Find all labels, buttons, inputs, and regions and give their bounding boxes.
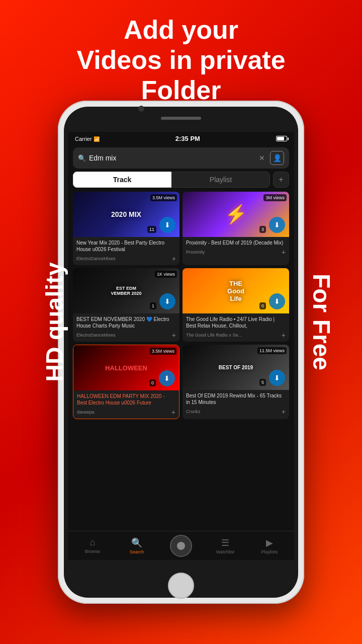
nav-browse[interactable]: ⌂ Browse xyxy=(70,537,115,554)
record-inner xyxy=(177,542,185,550)
views-badge-3: 1K views xyxy=(155,271,177,278)
playlists-icon: ▶ xyxy=(266,537,273,548)
video-title-3: BEST EDM NOVEMBER 2020 💙 Electro House C… xyxy=(76,316,176,329)
search-nav-label: Search xyxy=(130,549,144,554)
thumb-label-1: 2020 MIX xyxy=(111,210,141,218)
video-info-1: New Year Mix 2020 - Best Party Electro H… xyxy=(73,237,179,265)
add-btn-4[interactable]: + xyxy=(282,331,286,339)
thumb-5: HALLOWEEN 3.5M views 0 ⬇ xyxy=(73,345,179,390)
video-grid: 2020 MIX 3.5M views 11 ⬇ New Year Mix 20… xyxy=(68,192,294,419)
thumb-6: BEST OF 2019 11.5M views 5 ⬇ xyxy=(183,345,289,390)
nav-record[interactable] xyxy=(159,535,203,557)
phone-speaker xyxy=(161,117,201,120)
browse-icon: ⌂ xyxy=(90,537,96,548)
video-title-4: The Good Life Radio • 24/7 Live Radio | … xyxy=(186,316,286,329)
thumb-label-6: BEST OF 2019 xyxy=(219,365,253,370)
add-btn-5[interactable]: + xyxy=(171,408,175,416)
channel-row-3: ElectroDanceMixes + xyxy=(76,331,176,339)
download-btn-2[interactable]: ⬇ xyxy=(269,217,285,233)
record-button[interactable] xyxy=(170,535,192,557)
bottom-nav: ⌂ Browse 🔍 Search ☰ Watchlist ▶ xyxy=(68,531,294,560)
battery-icon xyxy=(276,136,287,141)
video-info-2: Proximity - Best EDM of 2019 (Decade Mix… xyxy=(183,237,289,259)
phone-inner: Carrier 📶 2:35 PM 🔍 Edm mix ✕ 👤 xyxy=(64,107,298,598)
views-badge-5: 3.5M views xyxy=(150,348,176,355)
thumb-label-5: HALLOWEEN xyxy=(105,364,147,372)
channel-name-2: Proximity xyxy=(186,250,205,255)
thumb-1: 2020 MIX 3.5M views 11 ⬇ xyxy=(73,192,179,237)
thumb-2: ⚡ 3M views 3 ⬇ xyxy=(183,192,289,237)
phone-home-button[interactable] xyxy=(168,573,194,599)
search-clear-icon[interactable]: ✕ xyxy=(259,154,265,162)
carrier-label: Carrier xyxy=(75,136,92,142)
carrier-text: Carrier 📶 xyxy=(75,136,100,142)
phone-screen: Carrier 📶 2:35 PM 🔍 Edm mix ✕ 👤 xyxy=(68,132,294,560)
count-6: 5 xyxy=(259,379,266,386)
channel-name-5: daveepa xyxy=(77,410,95,415)
search-nav-icon: 🔍 xyxy=(131,537,142,548)
search-icon: 🔍 xyxy=(78,154,86,162)
views-badge-1: 3.5M views xyxy=(150,194,177,201)
tab-add-button[interactable]: + xyxy=(273,172,289,188)
search-query[interactable]: Edm mix xyxy=(89,154,256,162)
count-2: 3 xyxy=(259,226,266,233)
download-btn-6[interactable]: ⬇ xyxy=(269,370,285,386)
thumb-label-4: THE Good Life xyxy=(227,280,244,302)
wifi-icon: 📶 xyxy=(94,136,100,142)
video-title-5: HALLOWEEN EDM PARTY MIX 2020 - Best Elec… xyxy=(77,393,175,406)
video-card-6[interactable]: BEST OF 2019 11.5M views 5 ⬇ Best Of EDM… xyxy=(183,345,289,419)
channel-name-3: ElectroDanceMixes xyxy=(76,333,116,338)
add-btn-2[interactable]: + xyxy=(282,248,286,256)
side-label-hd: HD quality xyxy=(41,262,68,381)
channel-row-6: Crunkz + xyxy=(186,408,286,416)
tab-track[interactable]: Track xyxy=(73,172,171,188)
thumb-4: THE Good Life 0 ⬇ xyxy=(183,268,289,313)
download-btn-1[interactable]: ⬇ xyxy=(159,217,175,233)
download-btn-5[interactable]: ⬇ xyxy=(159,370,175,386)
tab-playlist[interactable]: Playlist xyxy=(171,172,270,188)
promo-line2: Videos in private xyxy=(76,45,285,74)
playlists-label: Playlists xyxy=(261,549,278,554)
video-card-5[interactable]: HALLOWEEN 3.5M views 0 ⬇ HALLOWEEN EDM P… xyxy=(73,345,179,419)
lightning-icon: ⚡ xyxy=(225,204,247,225)
video-card-4[interactable]: THE Good Life 0 ⬇ The Good Life Radio • … xyxy=(183,268,289,342)
count-1: 11 xyxy=(147,226,156,233)
promo-text: Add your Videos in private Folder xyxy=(0,10,362,110)
side-label-free: For Free xyxy=(307,274,335,370)
thumb-3: EST EDM VEMBER 2020 1K views 1 ⬇ xyxy=(73,268,179,313)
search-bar[interactable]: 🔍 Edm mix ✕ 👤 xyxy=(73,147,289,169)
views-badge-2: 3M views xyxy=(263,194,287,201)
nav-playlists[interactable]: ▶ Playlists xyxy=(247,537,292,554)
add-btn-1[interactable]: + xyxy=(172,255,176,263)
video-info-4: The Good Life Radio • 24/7 Live Radio | … xyxy=(183,313,289,342)
download-btn-4[interactable]: ⬇ xyxy=(269,293,285,309)
add-btn-3[interactable]: + xyxy=(172,331,176,339)
add-btn-6[interactable]: + xyxy=(282,408,286,416)
video-info-5: HALLOWEEN EDM PARTY MIX 2020 - Best Elec… xyxy=(73,390,179,419)
count-5: 0 xyxy=(149,379,156,386)
video-card-3[interactable]: EST EDM VEMBER 2020 1K views 1 ⬇ BEST ED… xyxy=(73,268,179,342)
channel-name-1: ElectroDanceMixes xyxy=(76,256,116,261)
channel-row-1: ElectroDanceMixes + xyxy=(76,255,176,263)
views-badge-6: 11.5M views xyxy=(257,347,287,354)
video-info-6: Best Of EDM 2019 Rewind Mix - 65 Tracks … xyxy=(183,390,289,418)
channel-row-2: Proximity + xyxy=(186,248,286,256)
channel-name-6: Crunkz xyxy=(186,409,201,414)
nav-watchlist[interactable]: ☰ Watchlist xyxy=(203,537,247,554)
count-3: 1 xyxy=(150,302,156,309)
video-title-2: Proximity - Best EDM of 2019 (Decade Mix… xyxy=(186,239,286,246)
channel-row-4: The Good Life Radio x Se... + xyxy=(186,331,286,339)
profile-icon[interactable]: 👤 xyxy=(270,151,284,165)
phone-frame: Carrier 📶 2:35 PM 🔍 Edm mix ✕ 👤 xyxy=(58,101,304,604)
nav-search[interactable]: 🔍 Search xyxy=(115,537,159,554)
thumb-label-3: EST EDM VEMBER 2020 xyxy=(111,286,141,296)
video-card-1[interactable]: 2020 MIX 3.5M views 11 ⬇ New Year Mix 20… xyxy=(73,192,179,265)
browse-label: Browse xyxy=(85,549,100,554)
video-card-2[interactable]: ⚡ 3M views 3 ⬇ Proximity - Best EDM of 2… xyxy=(183,192,289,265)
status-right xyxy=(276,136,287,141)
status-bar: Carrier 📶 2:35 PM xyxy=(68,132,294,144)
download-btn-3[interactable]: ⬇ xyxy=(159,293,175,309)
video-info-3: BEST EDM NOVEMBER 2020 💙 Electro House C… xyxy=(73,313,179,342)
promo-line1: Add your xyxy=(124,15,238,44)
video-title-6: Best Of EDM 2019 Rewind Mix - 65 Tracks … xyxy=(186,392,286,406)
